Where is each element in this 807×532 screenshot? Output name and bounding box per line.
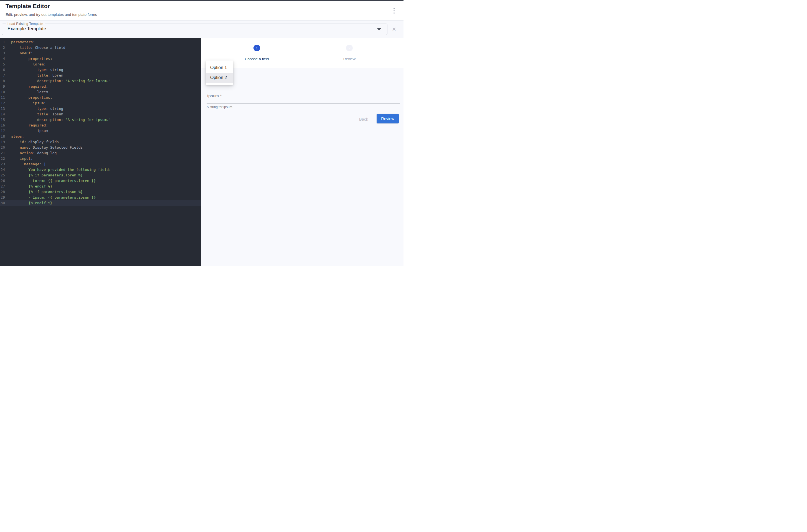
code-line: 1parameters: [0,39,201,45]
code-line: 26 - Lorem: {{ parameters.lorem }} [0,178,201,184]
code-text: input: [5,156,33,162]
line-number: 15 [0,117,5,122]
code-line: 14 title: Ipsum [0,112,201,117]
code-token: parameters [11,40,33,44]
line-number: 3 [0,51,5,56]
code-token: ipsum [35,129,48,133]
kebab-dot-icon [393,8,395,10]
code-line: 4 - properties: [0,56,201,61]
menu-option[interactable]: Option 2 [206,73,233,83]
code-token: : [46,123,48,127]
step-2-indicator: 2 [346,45,353,51]
line-number: 25 [0,172,5,178]
code-token: : Choose a field [31,45,65,50]
code-text: lorem: [5,61,46,67]
back-button[interactable]: Back [355,114,372,124]
line-number: 8 [0,78,5,84]
code-token: {% endif %} [11,184,53,188]
code-token: title [11,73,48,77]
line-number: 10 [0,89,5,95]
code-text: description: 'A string for ipsum.' [5,117,111,122]
close-icon: ✕ [392,26,396,33]
code-token: : [50,57,53,61]
code-token: action [11,151,33,155]
code-token: - properties [11,57,50,61]
code-token: type [11,107,46,111]
code-line: 17 - ipsum [0,128,201,134]
menu-option[interactable]: Option 1 [206,63,233,73]
code-line: 15 description: 'A string for ipsum.' [0,117,201,122]
step-2-label: Review [322,57,377,61]
code-token: required [11,123,46,127]
code-token: : Lorem [48,73,63,77]
line-number: 24 [0,167,5,172]
code-token: 'A string for ipsum.' [63,118,111,122]
line-number: 13 [0,106,5,112]
code-line: 12 ipsum: [0,100,201,106]
code-line: 11 - properties: [0,95,201,100]
ipsum-input[interactable] [207,93,400,103]
code-text: {% if parameters.lorem %} [5,172,83,178]
line-number: 1 [0,39,5,45]
code-token: - properties [11,95,50,99]
code-token: : [31,51,33,55]
clear-template-button[interactable]: ✕ [390,25,398,33]
code-editor[interactable]: 1parameters:2 - title: Choose a field3 o… [0,38,201,266]
line-number: 16 [0,122,5,128]
code-text: steps: [5,134,24,139]
line-number: 18 [0,134,5,139]
code-token: name [11,145,28,150]
code-token: : string [46,68,63,72]
code-token: title [11,112,48,116]
line-number: 4 [0,56,5,61]
code-text: - Lorem: {{ parameters.lorem }} [5,178,96,184]
caret-down-icon [377,28,381,31]
code-line: 22 input: [0,156,201,162]
code-text: parameters: [5,39,35,45]
code-text: - ipsum [5,128,48,134]
code-text: action: debug:log [5,150,57,156]
code-token: - Ipsum: {{ parameters.ipsum }} [11,195,96,200]
code-token: type [11,68,46,72]
code-text: {% endif %} [5,200,53,206]
code-token: : [33,40,35,44]
more-options-button[interactable] [391,6,398,16]
code-text: required: [5,122,48,128]
code-text: - title: Choose a field [5,45,65,51]
template-select-value: Example Template [7,26,46,32]
step-1-label: Choose a field [229,57,285,61]
main-split: 1parameters:2 - title: Choose a field3 o… [0,38,404,266]
code-line: 13 type: string [0,106,201,112]
code-token: - id [11,140,24,144]
code-line: 2 - title: Choose a field [0,45,201,51]
code-token: {% if parameters.lorem %} [11,173,83,177]
code-line: 20 name: Display Selected Fields [0,145,201,150]
code-token: : display-fields [24,140,59,144]
code-text: - lorem [5,89,48,95]
code-line: 3 oneOf: [0,51,201,56]
code-token: required [11,84,46,89]
review-button[interactable]: Review [377,114,399,124]
code-line: 25 {% if parameters.lorem %} [0,172,201,178]
kebab-dot-icon [393,10,395,12]
code-line: 6 type: string [0,67,201,73]
code-text: message: | [5,162,46,167]
line-number: 29 [0,195,5,200]
template-select[interactable]: Load Existing Template Example Template [2,23,387,35]
code-line: 29 - Ipsum: {{ parameters.ipsum }} [0,195,201,200]
code-token: : [43,62,46,66]
code-token: - title [11,45,31,50]
line-number: 28 [0,189,5,195]
code-text: type: string [5,106,63,112]
form-preview-panel: 1 2 Choose a field Review Option 1Option… [201,38,404,266]
code-line: 18steps: [0,134,201,139]
kebab-dot-icon [393,13,395,14]
code-token: - Lorem: {{ parameters.lorem }} [11,178,96,183]
code-token: : Display Selected Fields [28,145,83,150]
template-select-label: Load Existing Template [6,22,45,26]
page-subtitle: Edit, preview, and try out templates and… [5,13,97,17]
code-text: type: string [5,67,63,73]
line-number: 19 [0,139,5,145]
code-token: lorem [35,90,48,94]
code-token: lorem [11,62,43,66]
